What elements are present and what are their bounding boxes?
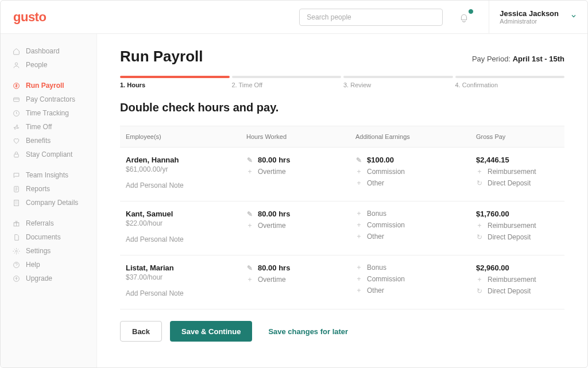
gross-pay-value: $2,960.00 xyxy=(476,264,559,272)
sidebar-item-settings[interactable]: Settings xyxy=(1,244,96,258)
add-commission-link[interactable]: +Commission xyxy=(355,275,476,283)
user-icon xyxy=(12,61,20,69)
sidebar-item-label: Company Details xyxy=(26,199,78,207)
gross-pay-value: $2,446.15 xyxy=(476,156,559,164)
hours-value[interactable]: ✎80.00 hrs xyxy=(246,210,355,218)
step-hours[interactable]: 1. Hours xyxy=(120,76,230,88)
add-commission-link[interactable]: +Commission xyxy=(355,221,476,229)
direct-deposit-link[interactable]: ↻Direct Deposit xyxy=(476,287,559,295)
sidebar-item-run-payroll[interactable]: Run Payroll xyxy=(1,79,96,92)
notifications-button[interactable] xyxy=(459,11,471,24)
add-overtime-link[interactable]: +Overtime xyxy=(246,276,355,284)
step-bar xyxy=(120,76,230,78)
search-placeholder: Search people xyxy=(307,13,351,21)
edit-icon: ✎ xyxy=(246,156,253,164)
building-icon xyxy=(12,199,20,207)
earnings-cell: ✎$100.00 +Commission +Other xyxy=(355,156,476,191)
sidebar-item-stay-compliant[interactable]: Stay Compliant xyxy=(1,148,96,161)
home-icon xyxy=(12,47,20,55)
gross-cell: $1,760.00 +Reimbursement ↻Direct Deposit xyxy=(476,210,559,245)
gross-pay-value: $1,760.00 xyxy=(476,210,559,218)
sidebar: Dashboard People Run Payroll Pay Contrac… xyxy=(1,34,97,368)
page-title: Run Payroll xyxy=(120,48,203,65)
employee-rate: $61,000.00/yr xyxy=(126,165,246,173)
sidebar-item-team-insights[interactable]: Team Insights xyxy=(1,168,96,182)
add-other-link[interactable]: +Other xyxy=(355,286,476,295)
step-time-off[interactable]: 2. Time Off xyxy=(232,76,342,88)
pay-period-value: April 1st - 15th xyxy=(513,55,564,63)
save-later-link[interactable]: Save changes for later xyxy=(268,327,348,336)
sidebar-item-label: Referrals xyxy=(26,219,54,227)
step-review[interactable]: 3. Review xyxy=(343,76,453,88)
col-header-employee: Employee(s) xyxy=(126,133,246,140)
arrow-up-icon xyxy=(12,274,20,282)
bonus-value[interactable]: ✎$100.00 xyxy=(355,156,476,164)
add-personal-note-link[interactable]: Add Personal Note xyxy=(126,289,246,297)
add-bonus-link[interactable]: +Bonus xyxy=(355,264,476,272)
sidebar-item-label: Dashboard xyxy=(26,47,60,55)
gear-icon xyxy=(12,247,20,255)
earnings-cell: +Bonus +Commission +Other xyxy=(355,210,476,245)
sidebar-item-documents[interactable]: Documents xyxy=(1,230,96,244)
sidebar-item-label: Reports xyxy=(26,185,50,193)
col-header-gross: Gross Pay xyxy=(476,133,559,140)
add-commission-link[interactable]: +Commission xyxy=(355,168,476,176)
sidebar-item-dashboard[interactable]: Dashboard xyxy=(1,44,96,58)
clock-icon xyxy=(12,109,20,117)
sidebar-item-time-tracking[interactable]: Time Tracking xyxy=(1,106,96,120)
notification-badge xyxy=(468,9,474,14)
add-bonus-link[interactable]: +Bonus xyxy=(355,210,476,218)
employee-rate: $22.00/hour xyxy=(126,219,246,227)
step-label: 2. Time Off xyxy=(232,82,342,88)
hours-cell: ✎80.00 hrs +Overtime xyxy=(246,264,355,299)
add-reimbursement-link[interactable]: +Reimbursement xyxy=(476,222,559,230)
step-confirmation[interactable]: 4. Confirmation xyxy=(455,76,565,88)
action-bar: Back Save & Continue Save changes for la… xyxy=(120,309,564,353)
sidebar-item-label: Documents xyxy=(26,233,61,241)
plus-icon: + xyxy=(476,168,483,176)
add-other-link[interactable]: +Other xyxy=(355,233,476,241)
sidebar-item-reports[interactable]: Reports xyxy=(1,182,96,196)
sidebar-item-help[interactable]: Help xyxy=(1,258,96,272)
add-overtime-link[interactable]: +Overtime xyxy=(246,168,355,176)
hours-value[interactable]: ✎80.00 hrs xyxy=(246,156,355,164)
plus-icon: + xyxy=(476,222,483,230)
sidebar-item-pay-contractors[interactable]: Pay Contractors xyxy=(1,92,96,106)
back-button[interactable]: Back xyxy=(120,321,162,342)
direct-deposit-link[interactable]: ↻Direct Deposit xyxy=(476,179,559,187)
add-overtime-link[interactable]: +Overtime xyxy=(246,222,355,230)
sidebar-item-upgrade[interactable]: Upgrade xyxy=(1,272,96,285)
direct-deposit-link[interactable]: ↻Direct Deposit xyxy=(476,233,559,241)
add-personal-note-link[interactable]: Add Personal Note xyxy=(126,235,246,243)
sidebar-item-referrals[interactable]: Referrals xyxy=(1,216,96,230)
edit-icon: ✎ xyxy=(246,210,253,218)
plus-icon: + xyxy=(476,276,483,284)
sidebar-item-time-off[interactable]: Time Off xyxy=(1,120,96,134)
user-menu[interactable]: Jessica Jackson Administrator xyxy=(489,1,587,33)
sidebar-item-company-details[interactable]: Company Details xyxy=(1,196,96,210)
employee-rate: $37.00/hour xyxy=(126,273,246,281)
sidebar-item-label: Stay Compliant xyxy=(26,150,72,158)
svg-point-0 xyxy=(15,63,17,65)
step-label: 3. Review xyxy=(343,82,453,88)
add-reimbursement-link[interactable]: +Reimbursement xyxy=(476,168,559,176)
sidebar-item-people[interactable]: People xyxy=(1,58,96,72)
search-input[interactable]: Search people xyxy=(299,9,443,26)
pay-period: Pay Period: April 1st - 15th xyxy=(472,55,564,63)
user-info: Jessica Jackson Administrator xyxy=(500,9,559,25)
save-continue-button[interactable]: Save & Continue xyxy=(170,321,252,342)
add-personal-note-link[interactable]: Add Personal Note xyxy=(126,181,246,189)
user-role: Administrator xyxy=(500,18,559,25)
svg-rect-4 xyxy=(14,154,18,157)
sidebar-item-benefits[interactable]: Benefits xyxy=(1,134,96,148)
add-other-link[interactable]: +Other xyxy=(355,179,476,187)
add-reimbursement-link[interactable]: +Reimbursement xyxy=(476,276,559,284)
sidebar-item-label: Help xyxy=(26,261,40,269)
main-content: Run Payroll Pay Period: April 1st - 15th… xyxy=(97,34,587,368)
refresh-icon: ↻ xyxy=(476,233,483,241)
hours-value[interactable]: ✎80.00 hrs xyxy=(246,264,355,272)
pay-period-label: Pay Period: xyxy=(472,55,513,63)
user-name: Jessica Jackson xyxy=(500,9,559,18)
hours-cell: ✎80.00 hrs +Overtime xyxy=(246,210,355,245)
chat-icon xyxy=(12,171,20,179)
